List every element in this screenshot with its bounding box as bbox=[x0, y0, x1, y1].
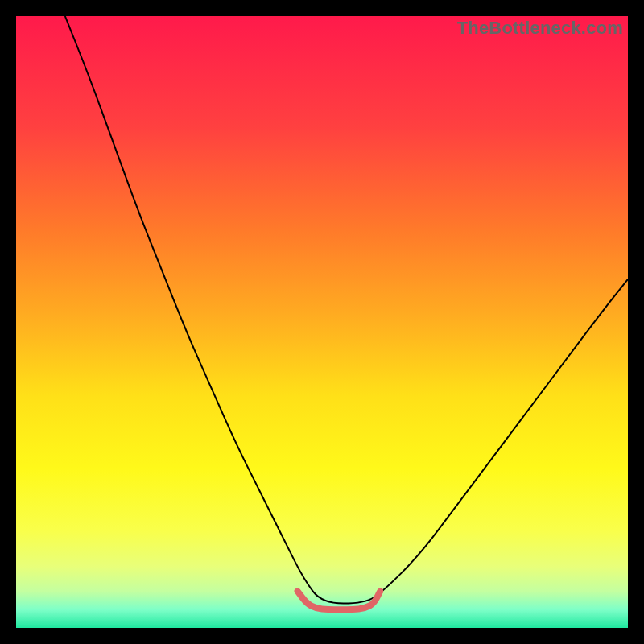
background-gradient bbox=[16, 16, 628, 628]
plot-area: TheBottleneck.com bbox=[16, 16, 628, 628]
chart-frame: TheBottleneck.com bbox=[0, 0, 644, 644]
chart-svg bbox=[16, 16, 628, 628]
watermark-text: TheBottleneck.com bbox=[457, 18, 623, 39]
